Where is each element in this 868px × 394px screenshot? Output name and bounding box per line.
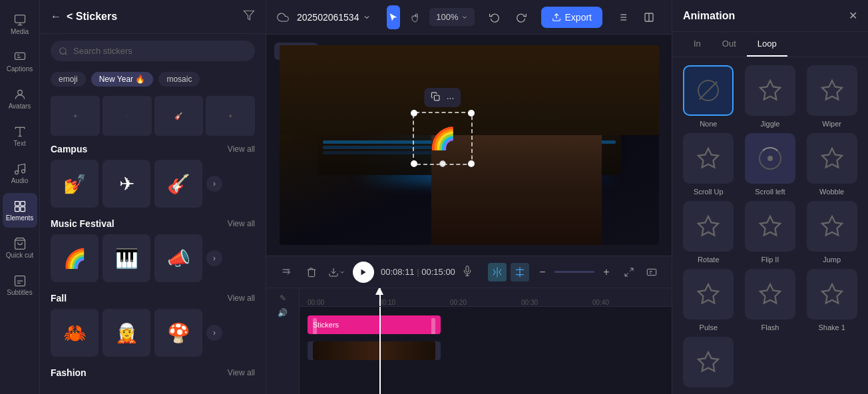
download-button[interactable] [327,263,346,282]
video-clip[interactable] [308,341,441,360]
search-input[interactable] [73,46,247,56]
sidebar-item-elements[interactable]: Elements [3,193,37,228]
sidebar-item-captions[interactable]: Captions [3,44,37,79]
anim-item-jiggle[interactable]: Jiggle [742,65,799,128]
canvas-sticker[interactable]: ··· 🌈 [413,112,473,165]
stickers-clip[interactable]: Stickers [308,315,441,334]
timeline-volume-button[interactable]: 🔊 [278,308,288,317]
musicfest-view-all[interactable]: View all [228,219,255,228]
anim-preview-wobble [807,133,857,184]
tab-out[interactable]: Out [712,32,747,57]
anim-item-scroll-left[interactable]: Scroll left [742,133,799,196]
play-button[interactable] [353,262,374,283]
campus-view-all[interactable]: View all [228,144,255,154]
fall-sticker-2[interactable]: 🧝 [103,309,150,357]
anim-item-flash[interactable]: Flash [742,269,799,331]
duplicate-sticker-button[interactable] [431,92,440,103]
handle-top-left[interactable] [411,110,417,116]
delete-button[interactable] [302,263,321,282]
fall-sticker-3[interactable]: 🍄 [154,309,202,357]
chevron-down-icon [363,13,371,21]
sidebar-item-quickcut[interactable]: Quick cut [3,230,37,265]
zoom-in-button[interactable]: + [597,263,616,282]
cloud-save-button[interactable] [277,11,289,23]
musicfest-sticker-3[interactable]: 📣 [154,234,202,282]
preview-item-3[interactable]: 🎸 [154,96,204,136]
handle-rotate[interactable] [439,160,446,167]
layout-list-button[interactable] [610,5,634,29]
anim-item-scroll-up[interactable]: Scroll Up [680,133,737,196]
musicfest-arrow[interactable]: › [206,250,222,266]
clip-handle-right[interactable] [431,318,435,334]
none-circle [698,80,719,101]
sidebar-item-text[interactable]: Text [3,118,37,153]
sidebar-item-media[interactable]: Media [3,7,37,41]
caption-button[interactable] [642,263,661,282]
video-thumbnail [313,341,435,360]
timeline-pencil-button[interactable]: ✎ [280,294,286,303]
anim-item-pulse[interactable]: Pulse [680,269,737,331]
more-options-button[interactable]: ··· [447,93,455,103]
fall-sticker-1[interactable]: 🦀 [51,309,99,357]
animation-close-button[interactable]: ✕ [849,9,857,22]
undo-button[interactable] [483,5,507,29]
project-name[interactable]: 202502061534 [297,12,371,23]
anim-label-flip2: Flip II [761,256,779,264]
campus-arrow[interactable]: › [206,176,222,192]
anim-label-wiper: Wiper [822,120,841,128]
select-tool-button[interactable] [387,5,400,29]
timeline-area: ✎ 🔊 00:00 00:10 00:20 00:30 00:40 [266,288,672,394]
export-icon [552,13,561,22]
fall-view-all[interactable]: View all [228,294,255,303]
sidebar-item-avatars[interactable]: Avatars [3,81,37,116]
campus-sticker-3[interactable]: 🎸 [154,160,202,208]
tag-newyear[interactable]: New Year 🔥 [91,72,154,87]
fullscreen-button[interactable] [620,263,638,282]
hand-tool-button[interactable] [408,5,421,29]
anim-item-wobble[interactable]: Wobble [803,133,860,196]
svg-marker-34 [822,81,842,100]
filter-button[interactable] [243,9,255,24]
clip-handle-left[interactable] [313,318,317,334]
tab-in[interactable]: In [683,32,712,57]
anim-item-more[interactable] [680,337,737,391]
musicfest-sticker-2[interactable]: 🎹 [103,234,150,282]
tag-emoji[interactable]: emoji [51,72,86,87]
trim-icon [281,267,292,278]
timeline-main: 00:00 00:10 00:20 00:30 00:40 S [300,288,672,394]
handle-bottom-right[interactable] [468,160,475,167]
mic-button[interactable] [462,266,473,279]
anim-item-none[interactable]: None [680,65,737,128]
handle-top-right[interactable] [468,110,475,116]
tab-loop[interactable]: Loop [747,32,787,57]
anim-item-rotate[interactable]: Rotate [680,201,737,264]
anim-item-jump[interactable]: Jump [803,201,860,264]
svg-point-11 [60,47,66,53]
fashion-view-all[interactable]: View all [228,368,255,377]
canvas-area: 16:9 [266,35,672,256]
tag-mosaic[interactable]: mosaic [158,72,200,87]
align-button[interactable] [511,263,529,282]
export-button[interactable]: Export [541,7,602,28]
zoom-selector[interactable]: 100% [429,8,474,26]
musicfest-sticker-1[interactable]: 🌈 [51,234,99,282]
sidebar-item-audio[interactable]: Audio [3,156,37,190]
anim-item-flip2[interactable]: Flip II [742,201,799,264]
back-button[interactable]: ← [51,11,61,23]
anim-item-wiper[interactable]: Wiper [803,65,860,128]
campus-sticker-1[interactable]: 💅 [51,160,99,208]
zoom-track[interactable] [554,271,594,273]
split-clip-button[interactable] [488,263,507,282]
preview-item-4[interactable]: ✦ [206,96,255,136]
layout-split-button[interactable] [637,5,661,29]
anim-item-shake1[interactable]: Shake 1 [803,269,860,331]
trim-button[interactable] [277,263,296,282]
zoom-out-button[interactable]: − [533,263,552,282]
fall-arrow[interactable]: › [206,325,222,341]
preview-item-2[interactable]: · [103,96,152,136]
preview-item-1[interactable]: ✦ [51,96,100,136]
handle-bottom-left[interactable] [411,160,417,167]
sidebar-item-subtitles[interactable]: Subtitles [3,268,37,302]
redo-button[interactable] [509,5,533,29]
campus-sticker-2[interactable]: ✈ [103,160,150,208]
